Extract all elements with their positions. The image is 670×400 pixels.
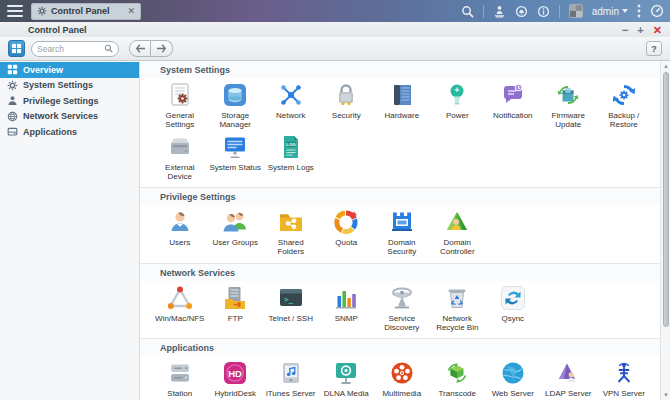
system-settings-icon xyxy=(7,80,18,91)
svg-text:>_: >_ xyxy=(284,294,294,303)
app-item-itunes-server[interactable]: iTunes Server xyxy=(263,358,319,400)
avatar[interactable] xyxy=(569,4,583,18)
more-options-icon[interactable] xyxy=(637,4,641,18)
scroll-down-icon[interactable]: ▼ xyxy=(661,390,670,400)
app-item-power[interactable]: Power xyxy=(430,80,486,130)
app-item-storage-manager[interactable]: Storage Manager xyxy=(208,80,264,130)
app-item-ftp[interactable]: FTP xyxy=(208,283,264,333)
resource-monitor-icon[interactable] xyxy=(650,4,664,18)
app-item-label: Quota xyxy=(335,238,357,247)
app-item-snmp[interactable]: SNMP xyxy=(319,283,375,333)
power-icon xyxy=(442,80,472,110)
app-item-users[interactable]: Users xyxy=(152,207,208,257)
app-item-hardware[interactable]: Hardware xyxy=(374,80,430,130)
section-title: Network Services xyxy=(140,264,660,281)
itunes-server-icon xyxy=(276,358,306,388)
app-item-quota[interactable]: Quota xyxy=(319,207,375,257)
maximize-button[interactable]: + xyxy=(637,25,643,35)
app-item-security[interactable]: Security xyxy=(319,80,375,130)
scrollbar-thumb[interactable] xyxy=(663,72,669,327)
app-item-label: General Settings xyxy=(153,111,207,130)
app-item-web-server[interactable]: Web Server xyxy=(485,358,541,400)
section-system-settings: System SettingsGeneral SettingsStorage M… xyxy=(140,61,660,187)
help-button[interactable]: ? xyxy=(646,41,662,56)
app-item-telnet-ssh[interactable]: >_Telnet / SSH xyxy=(263,283,319,333)
app-item-user-groups[interactable]: User Groups xyxy=(208,207,264,257)
sidebar-item-privilege-settings[interactable]: Privilege Settings xyxy=(0,93,139,109)
notifications-icon[interactable] xyxy=(515,5,528,18)
app-item-qsync[interactable]: Qsync xyxy=(485,283,541,333)
sidebar-item-overview[interactable]: Overview xyxy=(0,62,139,78)
background-tasks-icon[interactable] xyxy=(493,5,506,18)
minimize-button[interactable]: − xyxy=(622,25,628,35)
user-name: admin xyxy=(592,6,619,17)
telnet-ssh-icon: >_ xyxy=(276,283,306,313)
content-area: System SettingsGeneral SettingsStorage M… xyxy=(140,61,670,400)
app-item-domain-security[interactable]: Domain Security xyxy=(374,207,430,257)
app-item-vpn-server[interactable]: VPN Server xyxy=(596,358,652,400)
section-title: Applications xyxy=(140,339,660,356)
search-icon[interactable] xyxy=(461,5,474,18)
sidebar-item-network-services[interactable]: Network Services xyxy=(0,109,139,125)
app-item-system-status[interactable]: System Status xyxy=(208,132,264,182)
app-item-win-mac-nfs[interactable]: Win/Mac/NFS xyxy=(152,283,208,333)
back-button[interactable] xyxy=(129,40,151,57)
close-button[interactable]: ✕ xyxy=(653,25,662,35)
taskbar-tab-control-panel[interactable]: Control Panel ✕ xyxy=(31,3,141,20)
app-item-shared-folders[interactable]: Shared Folders xyxy=(263,207,319,257)
app-item-firmware-update[interactable]: Firmware Update xyxy=(541,80,597,130)
sidebar-item-system-settings[interactable]: System Settings xyxy=(0,78,139,94)
app-item-label: Backup / Restore xyxy=(597,111,651,130)
app-item-domain-controller[interactable]: Domain Controller xyxy=(430,207,486,257)
sidebar-item-applications[interactable]: Applications xyxy=(0,124,139,140)
storage-manager-icon xyxy=(220,80,250,110)
app-item-external-device[interactable]: External Device xyxy=(152,132,208,182)
app-item-label: Transcode Management xyxy=(430,389,484,400)
app-item-label: HybridDesk Station xyxy=(208,389,262,400)
app-item-label: FTP xyxy=(228,314,243,323)
app-item-notification[interactable]: Notification xyxy=(485,80,541,130)
app-item-dlna-media-server[interactable]: DLNA Media Server xyxy=(319,358,375,400)
app-item-network-recycle-bin[interactable]: Network Recycle Bin xyxy=(430,283,486,333)
users-icon xyxy=(165,207,195,237)
view-toggle-button[interactable] xyxy=(8,40,25,57)
app-item-general-settings[interactable]: General Settings xyxy=(152,80,208,130)
app-item-hybriddesk-station[interactable]: HDHybridDesk Station xyxy=(208,358,264,400)
app-item-label: Storage Manager xyxy=(208,111,262,130)
divider xyxy=(483,5,484,18)
app-item-label: Domain Security xyxy=(375,238,429,257)
app-item-network[interactable]: Network xyxy=(263,80,319,130)
app-item-backup-restore[interactable]: Backup / Restore xyxy=(596,80,652,130)
tab-close-icon[interactable]: ✕ xyxy=(128,7,136,16)
search-input[interactable] xyxy=(37,44,101,54)
user-menu[interactable]: admin xyxy=(592,6,628,17)
app-item-label: External Device xyxy=(153,163,207,182)
scroll-up-icon[interactable]: ▲ xyxy=(661,61,670,71)
app-item-multimedia-management[interactable]: Multimedia Management xyxy=(374,358,430,400)
app-item-service-discovery[interactable]: Service Discovery xyxy=(374,283,430,333)
window-titlebar[interactable]: Control Panel − + ✕ xyxy=(0,22,670,37)
main-menu-icon[interactable] xyxy=(7,5,23,17)
app-item-system-logs[interactable]: LOGSystem Logs xyxy=(263,132,319,182)
svg-text:LOG: LOG xyxy=(286,141,296,146)
ftp-icon xyxy=(220,283,250,313)
app-item-label: iTunes Server xyxy=(266,389,316,398)
section-title: Privilege Settings xyxy=(140,188,660,205)
hybriddesk-station-icon: HD xyxy=(220,358,250,388)
window-toolbar: ? xyxy=(0,37,670,61)
app-item-label: System Logs xyxy=(268,163,314,172)
window-title: Control Panel xyxy=(28,25,87,35)
app-item-transcode-management[interactable]: Transcode Management xyxy=(430,358,486,400)
tab-title: Control Panel xyxy=(51,6,110,16)
station-manager-icon xyxy=(165,358,195,388)
app-item-station-manager[interactable]: Station Manager xyxy=(152,358,208,400)
dlna-media-server-icon xyxy=(331,358,361,388)
app-item-label: Web Server xyxy=(492,389,534,398)
info-icon[interactable] xyxy=(537,5,550,18)
vertical-scrollbar[interactable]: ▲ ▼ xyxy=(660,61,670,400)
app-item-ldap-server[interactable]: LDAP Server xyxy=(541,358,597,400)
search-box[interactable] xyxy=(31,41,119,57)
forward-button[interactable] xyxy=(151,40,173,57)
sidebar-item-label: System Settings xyxy=(23,80,93,90)
transcode-management-icon xyxy=(442,358,472,388)
